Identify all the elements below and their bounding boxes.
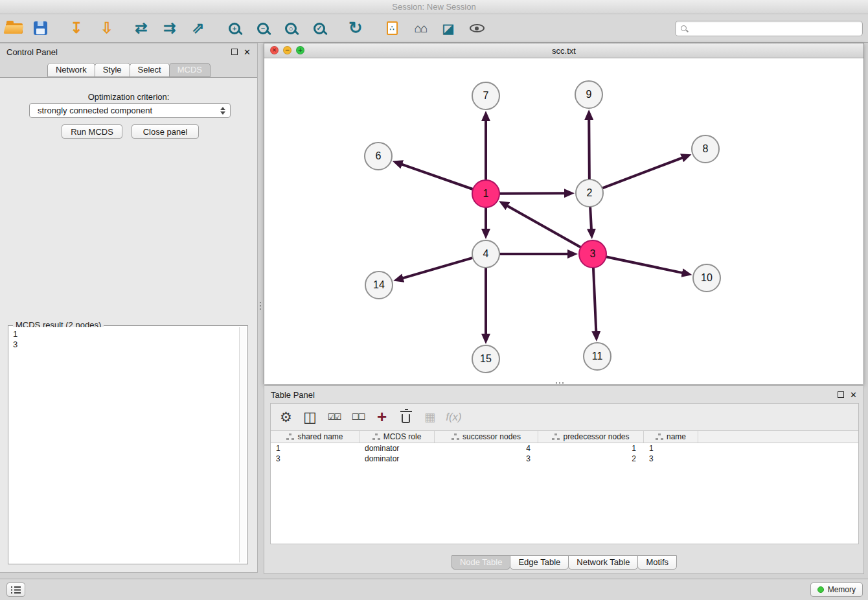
export-image-button[interactable]: ⇗ xyxy=(187,17,209,40)
add-column-button[interactable]: + xyxy=(372,407,392,427)
tab-style[interactable]: Style xyxy=(95,63,130,77)
show-details-button[interactable] xyxy=(466,17,488,40)
table-panel: Table Panel ✕ ⚙ ◫ ☑☑ ☐☐ + ▦ f(x) shared … xyxy=(264,386,864,574)
graph-edge-3-1[interactable] xyxy=(507,205,580,247)
graph-edge-2-9[interactable] xyxy=(589,119,589,179)
graph-node-7[interactable]: 7 xyxy=(472,82,499,110)
column-header-predecessor-nodes[interactable]: predecessor nodes xyxy=(538,431,644,443)
graph-node-15[interactable]: 15 xyxy=(472,345,499,373)
select-all-columns-button[interactable]: ☑☑ xyxy=(324,407,344,427)
export-table-button[interactable]: ⇉ xyxy=(159,17,181,40)
table-cell[interactable]: 3 xyxy=(644,454,698,464)
column-header-successor-nodes[interactable]: successor nodes xyxy=(435,431,538,443)
zoom-out-button[interactable]: − xyxy=(252,17,274,40)
table-cell[interactable]: 2 xyxy=(538,454,644,464)
network-canvas[interactable]: 7968124314101511 xyxy=(264,58,863,384)
result-item[interactable]: 1 xyxy=(13,329,238,340)
graph-node-6[interactable]: 6 xyxy=(365,143,392,170)
tab-select[interactable]: Select xyxy=(130,63,170,77)
zoom-selected-button[interactable]: ✓ xyxy=(308,17,330,40)
graph-node-4[interactable]: 4 xyxy=(472,240,499,268)
toggle-columns-button[interactable]: ◫ xyxy=(300,407,320,427)
result-scrollbar-track[interactable] xyxy=(239,327,246,562)
graph-edge-4-14[interactable] xyxy=(402,258,472,279)
graph-node-10[interactable]: 10 xyxy=(693,264,720,292)
graph-edge-2-3[interactable] xyxy=(590,207,591,230)
close-table-panel-icon[interactable]: ✕ xyxy=(850,391,857,399)
optimization-criterion-select[interactable]: strongly connected component xyxy=(29,103,231,118)
run-mcds-button[interactable]: Run MCDS xyxy=(62,124,122,139)
delete-table-button[interactable]: ▦ xyxy=(420,407,440,427)
tab-node-table[interactable]: Node Table xyxy=(451,555,511,570)
table-cell[interactable]: 1 xyxy=(538,443,644,454)
zoom-fit-button[interactable]: ○ xyxy=(280,17,302,40)
table-row[interactable]: 3dominator323 xyxy=(271,454,858,464)
graph-node-3[interactable]: 3 xyxy=(579,240,606,268)
float-panel-icon[interactable] xyxy=(231,49,238,55)
search-input[interactable] xyxy=(689,22,862,35)
delete-column-button[interactable] xyxy=(396,407,416,427)
tab-edge-table[interactable]: Edge Table xyxy=(510,555,569,570)
graph-node-14[interactable]: 14 xyxy=(365,271,393,299)
table-cell[interactable]: dominator xyxy=(360,454,435,464)
home-button[interactable]: ⌂⌂ xyxy=(409,17,431,40)
float-table-panel-icon[interactable] xyxy=(838,391,844,398)
memory-button[interactable]: Memory xyxy=(810,583,863,597)
node-label: 11 xyxy=(592,351,603,362)
table-cell[interactable]: 1 xyxy=(644,443,698,454)
vertical-splitter-grip[interactable] xyxy=(258,301,262,312)
graph-edge-2-8[interactable] xyxy=(603,157,683,188)
network-window-titlebar[interactable]: × − + scc.txt xyxy=(264,43,863,58)
copy-view-button[interactable]: ∴ xyxy=(381,17,403,40)
tab-motifs[interactable]: Motifs xyxy=(637,555,677,570)
import-network-button[interactable]: ↧ xyxy=(65,17,87,40)
tab-mcds[interactable]: MCDS xyxy=(169,63,211,77)
table-panel-title: Table Panel xyxy=(271,390,315,400)
graph-node-11[interactable]: 11 xyxy=(584,343,611,370)
style-button[interactable]: ◪ xyxy=(437,17,459,40)
table-cell[interactable]: 4 xyxy=(435,443,538,454)
network-graph[interactable]: 7968124314101511 xyxy=(264,58,863,384)
graph-edge-1-6[interactable] xyxy=(401,164,472,189)
table-cell[interactable]: dominator xyxy=(360,443,435,454)
graph-node-9[interactable]: 9 xyxy=(575,81,602,108)
table-row[interactable]: 1dominator411 xyxy=(271,443,858,454)
refresh-button[interactable]: ↻ xyxy=(345,17,367,40)
tab-network[interactable]: Network xyxy=(47,63,95,77)
close-window-icon[interactable]: × xyxy=(270,46,279,54)
column-type-icon xyxy=(451,433,459,440)
graph-node-8[interactable]: 8 xyxy=(692,135,719,163)
minimize-window-icon[interactable]: − xyxy=(283,46,291,54)
table-header-row: shared nameMCDS rolesuccessor nodesprede… xyxy=(271,431,858,443)
task-history-button[interactable] xyxy=(6,583,25,597)
table-cell[interactable]: 3 xyxy=(435,454,538,464)
columns-icon: ◫ xyxy=(303,409,317,426)
graph-node-1[interactable]: 1 xyxy=(472,180,499,207)
close-panel-button[interactable]: Close panel xyxy=(131,124,199,139)
table-cell[interactable]: 3 xyxy=(271,454,360,464)
export-network-button[interactable]: ⇄ xyxy=(130,17,152,40)
optimization-criterion-label: Optimization criterion: xyxy=(0,92,257,102)
open-file-button[interactable] xyxy=(3,17,25,40)
graph-edge-3-10[interactable] xyxy=(607,257,683,273)
result-item[interactable]: 3 xyxy=(13,340,238,350)
column-header-shared-name[interactable]: shared name xyxy=(271,431,360,443)
table-cell[interactable]: 1 xyxy=(271,443,360,454)
close-panel-icon[interactable]: ✕ xyxy=(244,48,251,56)
column-header-MCDS-role[interactable]: MCDS role xyxy=(360,431,435,443)
unselect-all-columns-button[interactable]: ☐☐ xyxy=(348,407,368,427)
mcds-result-list: 1 3 xyxy=(10,327,238,562)
zoom-selected-glyph: ✓ xyxy=(316,24,322,32)
save-session-button[interactable] xyxy=(29,17,51,40)
horizontal-splitter-grip[interactable] xyxy=(554,381,566,385)
zoom-in-button[interactable]: + xyxy=(223,17,246,40)
maximize-window-icon[interactable]: + xyxy=(296,46,304,54)
tab-network-table[interactable]: Network Table xyxy=(568,555,638,570)
import-table-button[interactable]: ⇩ xyxy=(96,17,118,40)
function-builder-button[interactable]: f(x) xyxy=(444,407,464,427)
graph-node-2[interactable]: 2 xyxy=(576,179,603,207)
column-header-name[interactable]: name xyxy=(644,431,698,443)
graph-edge-1-2[interactable] xyxy=(500,193,565,194)
graph-edge-3-11[interactable] xyxy=(593,268,596,332)
table-settings-button[interactable]: ⚙ xyxy=(276,407,296,427)
